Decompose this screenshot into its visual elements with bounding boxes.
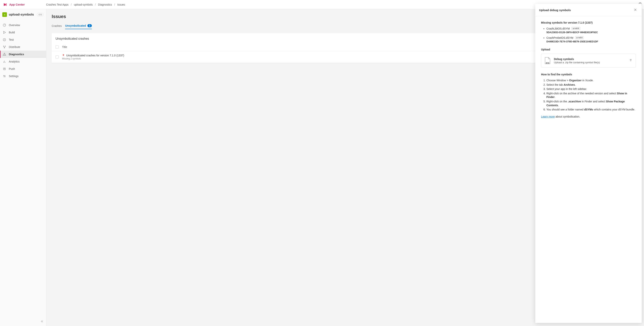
- select-all-checkbox[interactable]: [56, 45, 58, 48]
- brand-logo[interactable]: App Center: [3, 2, 46, 7]
- nav-push[interactable]: Push: [0, 65, 46, 72]
- close-button[interactable]: [633, 7, 638, 13]
- sidebar-app-header[interactable]: u upload-symbols iOS: [0, 9, 46, 20]
- tab-label: Unsymbolicated: [65, 24, 86, 27]
- nav-overview[interactable]: Overview: [0, 21, 46, 29]
- breadcrumb-item-0[interactable]: Crashes Test Apps: [46, 3, 68, 6]
- platform-badge: iOS: [37, 13, 44, 16]
- breadcrumb-separator: /: [71, 3, 72, 6]
- column-title: Title: [62, 45, 67, 48]
- breadcrumb-separator: /: [114, 3, 115, 6]
- nav-label: Settings: [9, 75, 19, 78]
- gauge-icon: [3, 23, 6, 27]
- chevron-double-left-icon: [40, 320, 44, 323]
- howto-step: Right-click on the archive of the needed…: [546, 92, 636, 99]
- nav-settings[interactable]: Settings: [0, 72, 46, 80]
- svg-point-15: [4, 77, 5, 77]
- nav-label: Analytics: [9, 60, 20, 63]
- howto-step: Select your app in the left sidebar.: [546, 87, 636, 91]
- upload-heading: Upload: [541, 48, 636, 51]
- tab-crashes[interactable]: Crashes: [52, 23, 62, 29]
- svg-marker-1: [4, 31, 6, 33]
- upload-symbols-panel: Upload debug symbols Missing symbols for…: [535, 4, 642, 323]
- svg-point-3: [3, 46, 4, 46]
- svg-point-4: [5, 46, 6, 46]
- crash-row-title: Unsymbolicated crashes for version 7.1.0…: [66, 54, 124, 57]
- play-icon: [3, 31, 6, 34]
- howto-heading: How to find the symbols: [541, 73, 636, 76]
- symbol-name: CrashLibiOS.dSYM: [546, 27, 570, 30]
- learn-more-suffix: about symbolication.: [555, 115, 580, 118]
- tab-unsymbolicated[interactable]: Unsymbolicated 1: [65, 23, 92, 29]
- symbol-item: CrashLibiOS.dSYM arm64 5DA23653-D126-39F…: [546, 27, 636, 34]
- nav-label: Distribute: [9, 45, 20, 48]
- nav-label: Diagnostics: [9, 53, 24, 56]
- learn-more-line: Learn more about symbolication.: [541, 115, 636, 118]
- svg-text:.ZIP: .ZIP: [546, 62, 548, 64]
- check-circle-icon: [3, 38, 6, 41]
- sidebar: u upload-symbols iOS Overview Build: [0, 9, 46, 326]
- sliders-icon: [3, 74, 6, 78]
- close-icon: [634, 8, 637, 11]
- nav-label: Push: [9, 67, 15, 70]
- nav-test[interactable]: Test: [0, 36, 46, 43]
- breadcrumb-item-1[interactable]: upload-symbols: [74, 3, 92, 6]
- distribute-icon: [3, 45, 6, 49]
- tab-badge: 1: [88, 24, 92, 27]
- app-avatar: u: [2, 12, 7, 17]
- missing-symbols-heading: Missing symbols for version 7.1.0 (1337): [541, 21, 636, 24]
- breadcrumb-separator: /: [95, 3, 96, 6]
- symbol-item: CrashProbeiOS.dSYM arm64 D449E33D-7E74-3…: [546, 36, 636, 43]
- learn-more-link[interactable]: Learn more: [541, 115, 555, 118]
- warning-icon: [3, 52, 6, 56]
- breadcrumb-item-3[interactable]: Issues: [118, 3, 125, 6]
- upload-arrow-icon: [629, 59, 632, 62]
- crash-row-subtitle: Missing 2 symbols: [62, 57, 124, 60]
- panel-title: Upload debug symbols: [539, 8, 571, 12]
- symbol-uuid: D449E33D-7E74-379D-8B79-15EE104ED1DF: [546, 40, 636, 43]
- svg-point-5: [4, 48, 5, 48]
- upload-dropzone[interactable]: .ZIP Debug symbols Upload a .zip file co…: [541, 54, 636, 67]
- breadcrumb-item-2[interactable]: Diagnostics: [98, 3, 112, 6]
- brand-name: App Center: [9, 3, 25, 6]
- svg-point-14: [4, 75, 4, 76]
- nav-label: Test: [9, 38, 14, 41]
- appcenter-logo-icon: [3, 2, 7, 7]
- upload-box-subtitle: Upload a .zip file containing symbol fil…: [554, 61, 600, 64]
- nav-distribute[interactable]: Distribute: [0, 43, 46, 51]
- push-icon: [3, 67, 6, 71]
- breadcrumb: Crashes Test Apps / upload-symbols / Dia…: [46, 3, 125, 6]
- arch-badge: arm64: [571, 27, 580, 30]
- upload-box-title: Debug symbols: [554, 57, 600, 61]
- howto-step: Select the tab Archives.: [546, 83, 636, 87]
- tab-label: Crashes: [52, 24, 62, 27]
- sidebar-nav: Overview Build Test: [0, 20, 46, 317]
- nav-analytics[interactable]: Analytics: [0, 58, 46, 65]
- nav-label: Build: [9, 31, 15, 34]
- nav-diagnostics[interactable]: Diagnostics: [0, 51, 46, 58]
- symbol-uuid: 5DA23653-D126-39F0-BDCF-994B3019F92C: [546, 31, 636, 34]
- howto-step: Choose Window > Organizer in Xcode.: [546, 79, 636, 82]
- howto-step: You should see a folder named dSYMs whic…: [546, 108, 636, 112]
- app-name: upload-symbols: [9, 13, 35, 16]
- chart-icon: [3, 60, 6, 63]
- symbol-list: CrashLibiOS.dSYM arm64 5DA23653-D126-39F…: [541, 27, 636, 43]
- bolt-icon: [62, 54, 65, 57]
- symbol-name: CrashProbeiOS.dSYM: [546, 36, 573, 39]
- arch-badge: arm64: [575, 36, 584, 39]
- nav-build[interactable]: Build: [0, 29, 46, 36]
- nav-label: Overview: [9, 23, 20, 27]
- svg-point-2: [3, 38, 6, 41]
- howto-step: Right-click on the .xcarchive in Finder …: [546, 100, 636, 107]
- collapse-sidebar-button[interactable]: [40, 320, 44, 324]
- row-checkbox[interactable]: [56, 55, 58, 58]
- zip-file-icon: .ZIP: [545, 57, 550, 64]
- howto-list: Choose Window > Organizer in Xcode. Sele…: [541, 79, 636, 112]
